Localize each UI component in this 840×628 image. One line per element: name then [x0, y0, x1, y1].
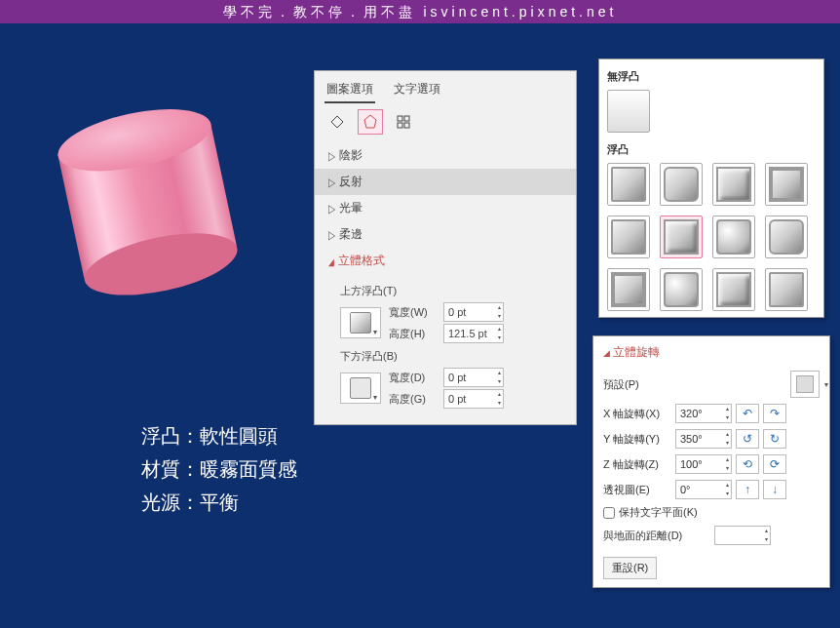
x-rotation-label: X 軸旋轉(X)	[603, 407, 671, 421]
z-rotate-right-button[interactable]: ⟳	[763, 454, 786, 474]
rotation-preset-dropdown[interactable]	[790, 371, 820, 398]
bevel-preset-palette: 無浮凸 浮凸	[598, 59, 824, 318]
section-3d-format[interactable]: 立體格式	[315, 248, 576, 274]
z-rotation-spinner[interactable]: 100°	[675, 454, 732, 474]
bevel-preset-4[interactable]	[765, 163, 808, 206]
size-properties-icon[interactable]	[391, 109, 416, 135]
x-rotation-spinner[interactable]: 320°	[675, 404, 732, 423]
height-label: 高度(H)	[389, 327, 436, 341]
y-rotate-right-button[interactable]: ↻	[763, 429, 786, 449]
z-rotation-label: Z 軸旋轉(Z)	[603, 457, 671, 472]
bottom-bevel-dropdown[interactable]	[340, 373, 381, 404]
bevel-preset-3[interactable]	[712, 163, 755, 206]
effects-icon[interactable]	[358, 109, 383, 135]
bottom-bevel-label: 下方浮凸(B)	[340, 349, 558, 364]
perspective-down-button[interactable]: ↓	[763, 480, 786, 499]
bevel-preset-1[interactable]	[607, 163, 650, 206]
title-bar: 學不完．教不停．用不盡 isvincent.pixnet.net	[0, 0, 840, 23]
svg-rect-1	[398, 116, 402, 121]
x-rotate-left-button[interactable]: ↶	[736, 404, 759, 423]
x-rotate-right-button[interactable]: ↷	[763, 404, 786, 423]
format-shape-panel: 圖案選項 文字選項 陰影 反射 光暈 柔邊 立體格式 上方浮凸(T) 寬度(W)…	[314, 70, 577, 425]
bevel-preset-7[interactable]	[712, 216, 755, 258]
section-glow[interactable]: 光暈	[315, 195, 576, 221]
annotation-material: 材質：暖霧面質感	[141, 452, 297, 486]
section-shadow[interactable]: 陰影	[315, 142, 576, 169]
y-rotation-spinner[interactable]: 350°	[675, 429, 732, 449]
height-g-label: 高度(G)	[389, 392, 436, 407]
bevel-preset-12[interactable]	[765, 268, 808, 311]
distance-spinner[interactable]	[714, 526, 771, 545]
tab-text-options[interactable]: 文字選項	[392, 77, 442, 101]
svg-rect-2	[404, 116, 409, 121]
y-rotate-left-button[interactable]: ↺	[736, 429, 759, 449]
section-softedge[interactable]: 柔邊	[315, 221, 576, 248]
svg-marker-0	[364, 115, 376, 128]
perspective-up-button[interactable]: ↑	[736, 480, 759, 499]
rotation-title[interactable]: 立體旋轉	[603, 344, 820, 361]
z-rotate-left-button[interactable]: ⟲	[736, 454, 759, 474]
distance-label: 與地面的距離(D)	[603, 529, 710, 543]
top-bevel-label: 上方浮凸(T)	[340, 284, 558, 298]
top-height-spinner[interactable]: 121.5 pt	[443, 324, 504, 343]
perspective-spinner[interactable]: 0°	[675, 480, 732, 499]
fill-line-icon[interactable]	[325, 109, 350, 135]
bevel-preset-2[interactable]	[660, 163, 703, 206]
perspective-label: 透視圖(E)	[603, 483, 671, 497]
shape-preview	[58, 107, 292, 341]
annotation-bevel: 浮凸：軟性圓頭	[141, 419, 297, 452]
bevel-preset-5[interactable]	[607, 216, 650, 258]
bottom-height-spinner[interactable]: 0 pt	[443, 389, 504, 409]
top-width-spinner[interactable]: 0 pt	[443, 302, 504, 322]
svg-rect-4	[404, 123, 409, 128]
top-bevel-dropdown[interactable]	[340, 307, 381, 338]
bevel-preset-11[interactable]	[712, 268, 755, 311]
bottom-width-spinner[interactable]: 0 pt	[443, 368, 504, 387]
y-rotation-label: Y 軸旋轉(Y)	[603, 432, 671, 447]
bevel-none[interactable]	[607, 90, 650, 133]
depth-label: 寬度(D)	[389, 371, 436, 385]
bevel-header: 浮凸	[607, 142, 816, 157]
bevel-preset-8[interactable]	[765, 216, 808, 258]
annotation-lighting: 光源：平衡	[141, 486, 297, 519]
tab-pattern-options[interactable]: 圖案選項	[325, 77, 375, 103]
no-bevel-header: 無浮凸	[607, 69, 816, 84]
width-label: 寬度(W)	[389, 305, 436, 320]
svg-rect-3	[398, 123, 402, 128]
bevel-preset-10[interactable]	[660, 268, 703, 311]
rotation-panel: 立體旋轉 預設(P) X 軸旋轉(X) 320° ↶ ↷ Y 軸旋轉(Y) 35…	[592, 335, 830, 588]
keep-text-flat-checkbox[interactable]	[603, 507, 615, 519]
annotation-text: 浮凸：軟性圓頭 材質：暖霧面質感 光源：平衡	[141, 419, 297, 519]
bevel-preset-9[interactable]	[607, 268, 650, 311]
reset-button[interactable]: 重設(R)	[603, 557, 657, 579]
section-reflection[interactable]: 反射	[315, 169, 576, 195]
bevel-preset-6[interactable]	[660, 216, 703, 258]
preset-label: 預設(P)	[603, 377, 671, 392]
keep-text-flat-label: 保持文字平面(K)	[619, 505, 698, 520]
